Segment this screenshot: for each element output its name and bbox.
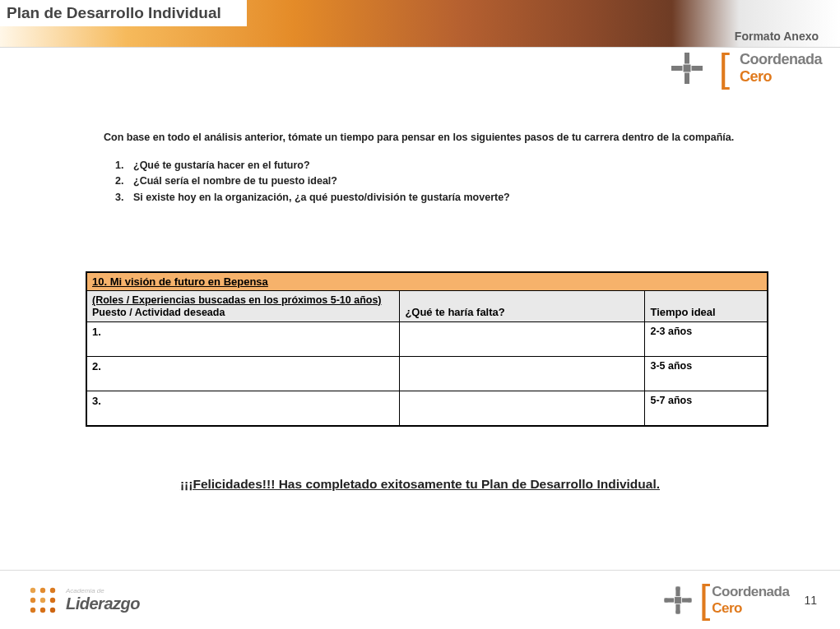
row-col2 [400,391,645,426]
svg-point-4 [671,66,676,71]
brand-line-1: Coordenada [740,51,822,68]
content-block: Con base en todo el análisis anterior, t… [104,132,762,206]
svg-rect-6 [683,64,691,72]
table-row: 1. 2-3 años [86,322,768,357]
table-row: 2. 3-5 años [86,357,768,391]
question-num: 1. [115,158,133,173]
row-time: 2-3 años [645,322,768,357]
intro-text: Con base en todo el análisis anterior, t… [104,132,762,143]
footer-left-brand: Academia de Liderazgo [26,584,140,617]
congrats-text: ¡¡¡Felicidades!!! Has completado exitosa… [0,477,840,492]
table-title: 10. Mi visión de futuro en Bepensa [86,272,768,291]
col1-subtitle1: (Roles / Experiencias buscadas en los pr… [92,294,394,306]
svg-point-14 [40,607,45,612]
svg-point-8 [40,587,45,592]
vision-table-wrap: 10. Mi visión de futuro en Bepensa (Role… [86,271,768,427]
footer-right: [ Coordenada Cero 11 [661,584,817,617]
svg-point-11 [40,597,45,602]
col1-header: (Roles / Experiencias buscadas en los pr… [86,291,400,322]
row-time: 5-7 años [645,391,768,426]
question-num: 3. [115,190,133,206]
svg-point-20 [664,598,668,602]
brand-text: Coordenada Cero [740,51,822,86]
dots-icon [26,584,59,617]
svg-point-7 [30,587,35,592]
question-text: ¿Qué te gustaría hacer en el futuro? [133,160,310,171]
brand-line-1: Coordenada [712,584,789,600]
plus-icon [668,49,706,87]
svg-point-15 [50,607,55,612]
row-num: 1. [86,322,400,357]
brand-line-2: Cero [740,68,822,86]
svg-point-9 [50,587,55,592]
footer-left-big: Liderazgo [66,594,140,613]
table-title-row: 10. Mi visión de futuro en Bepensa [86,272,768,291]
svg-point-19 [675,609,680,613]
footer: Academia de Liderazgo [ [0,570,840,629]
vision-table: 10. Mi visión de futuro en Bepensa (Role… [86,271,768,427]
svg-point-18 [675,586,680,590]
brand-text: Coordenada Cero [712,584,789,617]
svg-rect-22 [675,596,682,604]
question-item: 1.¿Qué te gustaría hacer en el futuro? [115,158,762,173]
page-title: Plan de Desarrollo Individual [0,0,247,26]
plus-icon [661,584,694,617]
row-time: 3-5 años [645,357,768,391]
brand-line-2: Cero [712,600,789,617]
header-band: Plan de Desarrollo Individual Formato An… [0,0,840,48]
footer-left-small: Academia de [66,587,140,594]
svg-point-10 [30,597,35,602]
svg-point-3 [685,79,689,84]
svg-point-13 [30,607,35,612]
question-num: 2. [115,173,133,189]
row-col2 [400,322,645,357]
svg-point-2 [685,53,689,58]
table-row: 3. 5-7 años [86,391,768,426]
footer-brand: [ Coordenada Cero [661,584,790,617]
questions-list: 1.¿Qué te gustaría hacer en el futuro? 2… [104,158,762,206]
svg-point-12 [50,597,55,602]
row-num: 2. [86,357,400,391]
row-num: 3. [86,391,400,426]
question-text: Si existe hoy en la organización, ¿a qué… [133,192,510,203]
footer-left-text: Academia de Liderazgo [66,587,140,613]
row-col2 [400,357,645,391]
table-subheader-row: (Roles / Experiencias buscadas en los pr… [86,291,768,322]
format-anexo-label: Formato Anexo [735,30,819,43]
col2-header: ¿Qué te haría falta? [400,291,645,322]
bracket-icon: [ [699,588,710,612]
question-text: ¿Cuál sería el nombre de tu puesto ideal… [133,175,337,187]
question-item: 2.¿Cuál sería el nombre de tu puesto ide… [115,173,762,189]
col1-subtitle2: Puesto / Actividad deseada [92,307,394,318]
bracket-icon: [ [719,57,730,81]
svg-point-5 [698,66,703,71]
question-item: 3.Si existe hoy en la organización, ¿a q… [115,190,762,206]
svg-point-21 [687,598,691,602]
col3-header: Tiempo ideal [645,291,768,322]
brand-top: [ Coordenada Cero [668,49,822,87]
page-number: 11 [804,594,817,607]
